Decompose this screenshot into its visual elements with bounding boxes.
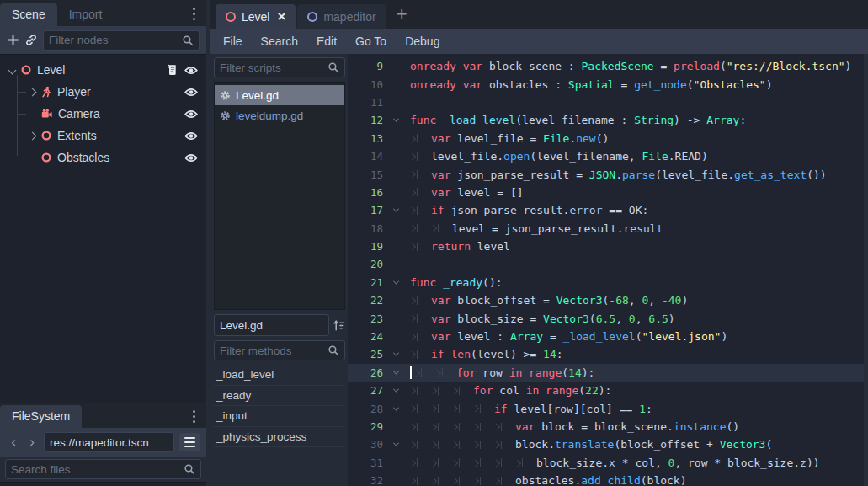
script-item-level.gd[interactable]: Level.gd [215,85,344,105]
method-item-ready[interactable]: _ready [214,386,345,407]
code-line-28[interactable]: 28if level[row][col] == 1: [348,399,868,417]
line-number[interactable]: 20 [348,258,388,270]
attached-script-icon[interactable] [167,64,178,76]
fold-arrow-icon[interactable] [388,371,403,375]
code-line-24[interactable]: 24var level : Array = _load_level("level… [348,328,868,345]
code-line-9[interactable]: 9onready var block_scene : PackedScene =… [348,57,868,75]
line-number[interactable]: 12 [348,114,388,126]
tab-scene[interactable]: Scene [0,3,57,26]
current-path-field[interactable]: res://mapeditor.tscn [44,432,174,452]
fold-arrow-icon[interactable] [388,388,403,393]
hamburger-icon[interactable] [179,433,200,451]
code-line-30[interactable]: 30block.translate(block_offset + Vector3… [348,435,868,453]
code-line-23[interactable]: 23var block_size = Vector3(6.5, 0, 6.5) [348,309,868,327]
sort-methods-icon[interactable] [333,319,345,332]
history-back-icon[interactable]: ‹ [7,432,20,452]
add-node-icon[interactable] [7,34,19,46]
vertical-scrollbar[interactable] [864,54,868,486]
menu-debug[interactable]: Debug [396,29,449,54]
line-number[interactable]: 18 [348,222,388,235]
visibility-eye-icon[interactable] [184,109,198,120]
line-number[interactable]: 17 [348,204,388,216]
filter-nodes-input[interactable]: Filter nodes [43,30,200,51]
code-line-14[interactable]: 14level_file.open(level_filename, File.R… [348,147,868,165]
tree-item-level[interactable]: Level [0,59,206,81]
line-number[interactable]: 19 [348,240,388,253]
visibility-eye-icon[interactable] [184,131,198,142]
history-forward-icon[interactable]: › [25,432,39,452]
code-line-19[interactable]: 19return level [348,238,868,255]
close-tab-icon[interactable]: × [277,11,285,23]
code-line-13[interactable]: 13var level_file = File.new() [348,130,868,147]
fold-arrow-icon[interactable] [388,208,403,212]
instance-scene-icon[interactable] [24,34,38,46]
line-number[interactable]: 14 [348,150,388,163]
line-number[interactable]: 13 [348,132,388,145]
method-item-physicsprocess[interactable]: _physics_process [214,427,345,448]
code-line-18[interactable]: 18level = json_parse_result.result [348,220,868,238]
menu-search[interactable]: Search [252,29,307,54]
expand-right-icon[interactable] [27,133,37,139]
line-number[interactable]: 27 [348,384,388,397]
filesystem-dock-menu-icon[interactable] [188,409,200,424]
search-files-input[interactable]: Search files [5,459,201,479]
code-line-15[interactable]: 15var json_parse_result = JSON.parse(lev… [348,165,868,183]
line-number[interactable]: 11 [348,96,388,109]
line-number[interactable]: 25 [348,348,388,360]
line-number[interactable]: 32 [348,474,388,486]
code-line-12[interactable]: 12func _load_level(level_filename : Stri… [348,111,868,129]
line-number[interactable]: 10 [348,78,388,91]
code-line-16[interactable]: 16var level = [] [348,184,868,201]
tree-item-obstacles[interactable]: Obstacles [0,147,206,168]
code-line-27[interactable]: 27for col in range(22): [348,382,868,399]
fold-arrow-icon[interactable] [388,352,403,356]
code-line-29[interactable]: 29var block = block_scene.instance() [348,418,868,435]
menu-go-to[interactable]: Go To [346,29,396,54]
line-number[interactable]: 23 [348,312,388,325]
visibility-eye-icon[interactable] [184,152,198,163]
menu-file[interactable]: File [214,29,252,54]
fold-arrow-icon[interactable] [388,407,403,411]
filter-scripts-input[interactable]: Filter scripts [214,57,345,77]
code-line-10[interactable]: 10onready var obstacles : Spatial = get_… [348,75,868,93]
script-item-leveldump.gd[interactable]: leveldump.gd [215,105,344,126]
fold-arrow-icon[interactable] [388,118,403,122]
line-number[interactable]: 16 [348,186,388,199]
code-line-31[interactable]: 31block_size.x * col, 0, row * block_siz… [348,454,868,472]
tab-import[interactable]: Import [57,3,114,26]
scene-tab-mapeditor[interactable]: mapeditor [297,4,386,29]
method-item-input[interactable]: _input [214,406,345,427]
filter-methods-input[interactable]: Filter methods [214,340,345,360]
code-editor[interactable]: 9onready var block_scene : PackedScene =… [348,54,868,486]
code-line-21[interactable]: 21func _ready(): [348,274,868,291]
code-line-17[interactable]: 17if json_parse_result.error == OK: [348,201,868,219]
line-number[interactable]: 9 [348,60,388,72]
tree-item-extents[interactable]: Extents [0,125,206,147]
expand-down-icon[interactable] [7,67,17,73]
line-number[interactable]: 29 [348,420,388,433]
menu-edit[interactable]: Edit [307,29,346,54]
tree-item-player[interactable]: Player [0,81,206,103]
code-line-22[interactable]: 22var block_offset = Vector3(-68, 0, -40… [348,291,868,309]
line-number[interactable]: 15 [348,168,388,181]
scene-tab-level[interactable]: Level× [216,4,296,29]
line-number[interactable]: 28 [348,403,388,415]
code-line-26[interactable]: 26for row in range(14): [348,364,868,382]
new-tab-button[interactable]: + [388,3,416,29]
tree-item-camera[interactable]: Camera [0,103,206,125]
expand-right-icon[interactable] [27,89,37,95]
code-line-11[interactable]: 11 [348,93,868,111]
method-item-loadlevel[interactable]: _load_level [214,365,345,386]
fold-arrow-icon[interactable] [388,442,403,446]
line-number[interactable]: 31 [348,457,388,469]
code-line-32[interactable]: 32obstacles.add_child(block) [348,472,868,486]
line-number[interactable]: 24 [348,330,388,343]
fold-arrow-icon[interactable] [388,280,403,285]
visibility-eye-icon[interactable] [184,65,198,76]
line-number[interactable]: 26 [348,366,388,379]
scene-dock-menu-icon[interactable] [188,6,200,21]
line-number[interactable]: 21 [348,276,388,289]
line-number[interactable]: 22 [348,294,388,307]
visibility-eye-icon[interactable] [184,87,198,98]
line-number[interactable]: 30 [348,438,388,451]
